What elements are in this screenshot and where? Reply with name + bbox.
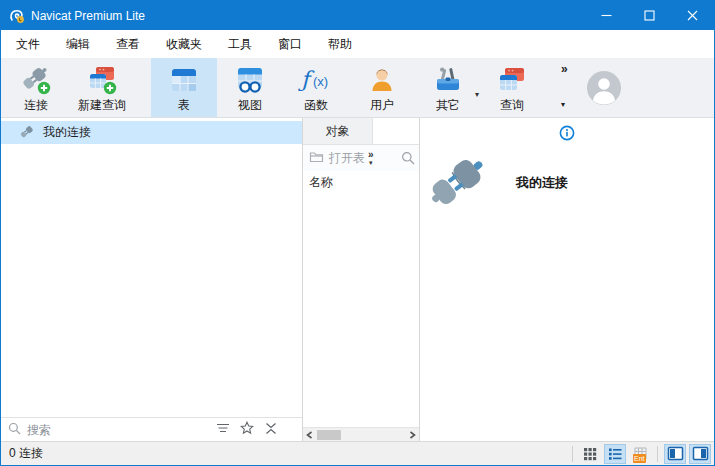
objects-toolbar: 打开表 » ▾ <box>303 145 419 171</box>
scroll-left-icon[interactable] <box>303 428 316 441</box>
close-button[interactable] <box>671 1 714 30</box>
large-plug-icon <box>426 150 496 215</box>
account-avatar[interactable] <box>586 58 622 117</box>
objects-panel: 对象 打开表 » ▾ <box>303 118 420 441</box>
minimize-button[interactable] <box>585 1 628 30</box>
title-bar: Navicat Premium Lite <box>1 1 714 30</box>
connection-button[interactable]: 连接 <box>3 58 69 117</box>
menu-edit[interactable]: 编辑 <box>53 31 103 58</box>
others-label: 其它 <box>436 98 460 112</box>
query-label: 查询 <box>500 98 524 112</box>
table-icon <box>169 62 199 98</box>
grid-view-button[interactable] <box>579 444 601 464</box>
table-label: 表 <box>178 98 190 112</box>
view-button[interactable]: 视图 <box>217 58 283 117</box>
user-icon <box>368 62 396 98</box>
query-button[interactable]: 查询 <box>479 58 545 117</box>
toggle-left-panel-button[interactable] <box>664 444 686 464</box>
objects-toolbar-overflow: » ▾ <box>368 150 374 166</box>
toolbar-overflow: » ▾ <box>559 58 570 117</box>
connection-name-label: 我的连接 <box>516 174 568 192</box>
list-view-button[interactable] <box>604 444 626 464</box>
favorites-star-icon[interactable] <box>240 421 254 438</box>
new-query-label: 新建查询 <box>78 98 126 112</box>
function-label: 函数 <box>304 98 328 112</box>
toggle-right-panel-button[interactable] <box>689 444 711 464</box>
user-label: 用户 <box>370 98 394 112</box>
new-query-icon <box>86 62 118 98</box>
status-bar: 0 连接 <box>1 441 714 465</box>
view-label: 视图 <box>238 98 262 112</box>
objects-list-empty <box>303 193 419 427</box>
connection-tree-label: 我的连接 <box>43 124 91 141</box>
erd-ent-badge: Ent <box>633 454 646 463</box>
connections-tree-empty-space <box>1 144 302 417</box>
plug-icon <box>19 124 35 142</box>
objects-overflow-icon[interactable]: » <box>368 150 374 159</box>
query-icon <box>496 62 528 98</box>
scrollbar-thumb[interactable] <box>317 430 341 440</box>
erd-view-button[interactable]: Ent <box>629 444 651 464</box>
others-toolbox-icon <box>432 62 464 98</box>
sidebar-search-bar <box>1 417 302 441</box>
sort-filter-icon[interactable] <box>216 422 230 437</box>
menu-view[interactable]: 查看 <box>103 31 153 58</box>
open-table-folder-icon <box>309 150 324 166</box>
table-button[interactable]: 表 <box>151 58 217 117</box>
function-icon: ƒ (x) <box>298 62 334 98</box>
objects-tabstrip: 对象 <box>303 118 419 145</box>
statusbar-divider <box>657 446 658 462</box>
maximize-button[interactable] <box>628 1 671 30</box>
view-icon <box>235 62 265 98</box>
function-button[interactable]: ƒ (x) 函数 <box>283 58 349 117</box>
navicat-window: Navicat Premium Lite 文件 编辑 查看 收藏夹 工具 窗口 … <box>0 0 715 466</box>
menu-bar: 文件 编辑 查看 收藏夹 工具 窗口 帮助 <box>1 30 714 58</box>
collapse-all-icon[interactable] <box>264 422 278 438</box>
detail-panel: 我的连接 <box>420 118 714 441</box>
svg-text:(x): (x) <box>313 74 328 89</box>
search-toolbar-icons <box>216 421 278 438</box>
search-icon <box>8 422 21 438</box>
open-table-button[interactable]: 打开表 <box>329 150 365 167</box>
connection-plug-add-icon <box>20 62 52 98</box>
toolbar-overflow-icon[interactable]: » <box>561 62 568 76</box>
navicat-logo-icon <box>9 8 25 24</box>
window-title: Navicat Premium Lite <box>31 9 145 23</box>
menu-file[interactable]: 文件 <box>3 31 53 58</box>
statusbar-divider <box>572 446 573 462</box>
menu-help[interactable]: 帮助 <box>315 31 365 58</box>
tab-objects[interactable]: 对象 <box>303 118 373 144</box>
connection-label: 连接 <box>24 98 48 112</box>
objects-dropdown-icon[interactable]: ▾ <box>369 159 373 166</box>
search-input[interactable] <box>27 423 210 437</box>
window-controls <box>585 1 714 30</box>
content-area: 我的连接 <box>1 118 714 441</box>
menu-window[interactable]: 窗口 <box>265 31 315 58</box>
info-icon[interactable] <box>559 125 575 144</box>
connections-panel: 我的连接 <box>1 118 303 441</box>
connection-summary[interactable]: 我的连接 <box>426 150 714 215</box>
column-header-name[interactable]: 名称 <box>303 171 419 193</box>
others-button[interactable]: 其它 <box>415 58 481 117</box>
scroll-right-icon[interactable] <box>406 428 419 441</box>
menu-favorites[interactable]: 收藏夹 <box>153 31 215 58</box>
toolbar-dropdown-icon[interactable]: ▾ <box>561 100 568 109</box>
objects-search-icon[interactable] <box>401 151 415 165</box>
horizontal-scrollbar[interactable] <box>303 427 419 441</box>
menu-tools[interactable]: 工具 <box>215 31 265 58</box>
main-toolbar: 连接 新建查询 <box>1 58 714 118</box>
connection-count: 0 连接 <box>9 445 43 462</box>
statusbar-view-buttons: Ent <box>569 442 714 465</box>
user-button[interactable]: 用户 <box>349 58 415 117</box>
new-query-button[interactable]: 新建查询 <box>69 58 135 117</box>
connection-tree-item[interactable]: 我的连接 <box>1 121 302 144</box>
